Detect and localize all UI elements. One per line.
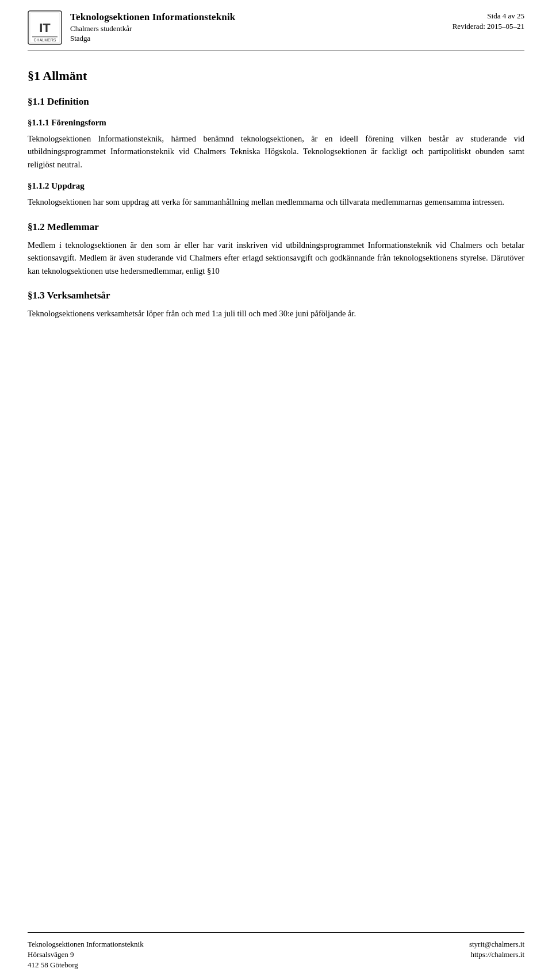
section-1-1-2-heading: §1.1.2 Uppdrag xyxy=(28,181,524,191)
footer-org: Teknologsektionen Informationsteknik xyxy=(28,940,144,949)
section-1-1-heading: §1.1 Definition xyxy=(28,96,524,108)
footer: Teknologsektionen Informationsteknik Hör… xyxy=(0,933,552,980)
logo-icon: IT CHALMERS xyxy=(28,10,62,45)
footer-right: styrit@chalmers.it https://chalmers.it xyxy=(469,940,524,959)
section-1-1-1: §1.1.1 Föreningsform Teknologsektionen I… xyxy=(28,118,524,171)
footer-website: https://chalmers.it xyxy=(470,950,524,959)
section-1-3: §1.3 Verksamhetsår Teknologsektionens ve… xyxy=(28,290,524,320)
header-title: Teknologsektionen Informationsteknik xyxy=(70,12,235,23)
svg-text:IT: IT xyxy=(39,21,51,35)
footer-email: styrit@chalmers.it xyxy=(469,940,524,949)
footer-city: 412 58 Göteborg xyxy=(28,960,144,970)
section-1-2: §1.2 Medlemmar Medlem i teknologsektione… xyxy=(28,221,524,277)
header: IT CHALMERS Teknologsektionen Informatio… xyxy=(0,0,552,45)
header-left: IT CHALMERS Teknologsektionen Informatio… xyxy=(28,10,235,45)
section-1-2-heading: §1.2 Medlemmar xyxy=(28,221,524,233)
footer-address: Hörsalsvägen 9 xyxy=(28,950,144,959)
header-sub2: Stadga xyxy=(70,34,235,43)
header-revised: Reviderad: 2015–05–21 xyxy=(453,22,524,31)
section-1-3-heading: §1.3 Verksamhetsår xyxy=(28,290,524,301)
logo: IT CHALMERS xyxy=(28,10,62,45)
header-right: Sida 4 av 25 Reviderad: 2015–05–21 xyxy=(453,10,524,31)
page: IT CHALMERS Teknologsektionen Informatio… xyxy=(0,0,552,980)
section-1-1-2: §1.1.2 Uppdrag Teknologsektionen har som… xyxy=(28,181,524,208)
section-1-heading: §1 Allmänt xyxy=(28,68,524,83)
section-1-1-1-text: Teknologsektionen Informationsteknik, hä… xyxy=(28,132,524,171)
svg-text:CHALMERS: CHALMERS xyxy=(34,38,56,42)
section-1-1-2-text: Teknologsektionen har som uppdrag att ve… xyxy=(28,196,524,208)
header-text-group: Teknologsektionen Informationsteknik Cha… xyxy=(70,10,235,43)
section-1-1: §1.1 Definition xyxy=(28,96,524,108)
header-page: Sida 4 av 25 xyxy=(487,12,524,21)
content: §1 Allmänt §1.1 Definition §1.1.1 Föreni… xyxy=(0,51,552,629)
section-1-3-text: Teknologsektionens verksamhetsår löper f… xyxy=(28,307,524,320)
section-1: §1 Allmänt xyxy=(28,68,524,83)
footer-left: Teknologsektionen Informationsteknik Hör… xyxy=(28,940,144,970)
header-subtitle: Chalmers studentkår xyxy=(70,24,235,33)
section-1-1-1-heading: §1.1.1 Föreningsform xyxy=(28,118,524,128)
section-1-2-text: Medlem i teknologsektionen är den som är… xyxy=(28,239,524,277)
